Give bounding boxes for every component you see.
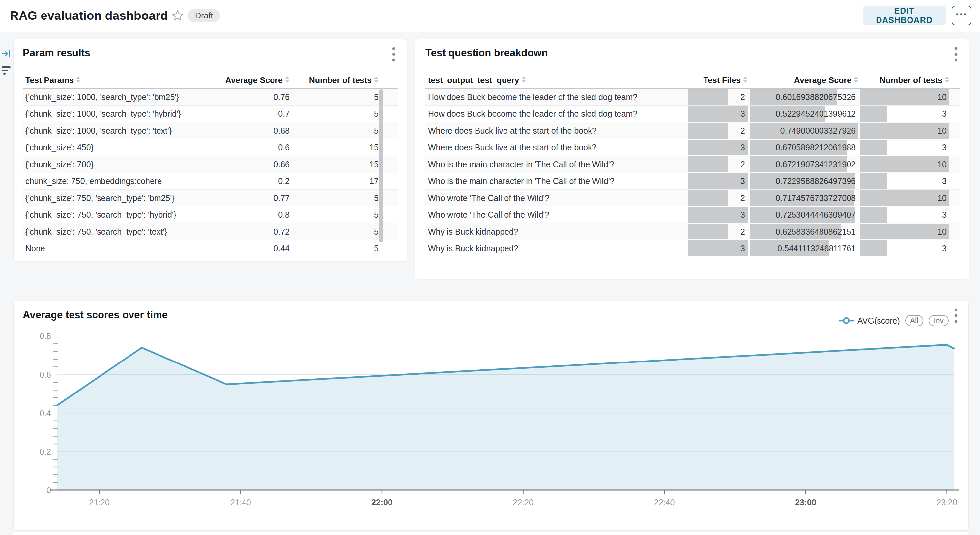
cell-value: 3 xyxy=(740,210,745,220)
cell-value: 3 xyxy=(942,210,947,220)
svg-text:21:40: 21:40 xyxy=(230,498,251,507)
top-header: RAG evaluation dashboard Draft EDIT DASH… xyxy=(0,0,980,32)
table-row: Why is Buck kidnapped?20.625833648086215… xyxy=(425,223,960,240)
data-bar xyxy=(861,207,887,223)
cell-value: 10 xyxy=(937,227,947,236)
data-bar xyxy=(861,224,949,240)
data-bar xyxy=(861,240,887,256)
cell-test-files: 3 xyxy=(688,240,748,257)
cell-value: 2 xyxy=(740,227,745,236)
cell-average-score: 0.5229452401399612 xyxy=(750,105,858,122)
cell-test-params: {'chunk_size': 700} xyxy=(23,160,207,169)
param-results-table: Test Params Average Score Number of test… xyxy=(23,72,398,257)
card-menu-icon[interactable] xyxy=(387,46,400,63)
cell-value: 0.7174576733727008 xyxy=(776,193,856,203)
column-header-test-params[interactable]: Test Params xyxy=(23,75,207,85)
data-bar xyxy=(861,190,949,206)
sort-icon xyxy=(945,75,949,85)
table-header-row: Test Params Average Score Number of test… xyxy=(23,72,398,89)
collapse-panel-icon[interactable] xyxy=(2,50,11,59)
svg-text:0.4: 0.4 xyxy=(40,409,51,418)
column-header-number-of-tests[interactable]: Number of tests xyxy=(861,75,949,85)
column-header-average-score[interactable]: Average Score xyxy=(207,75,290,85)
cell-number-of-tests: 10 xyxy=(861,89,949,105)
column-header-average-score[interactable]: Average Score xyxy=(750,75,858,85)
cell-average-score: 0.6258336480862151 xyxy=(750,223,858,240)
cell-number-of-tests: 5 xyxy=(290,193,379,203)
cell-value: 0.7229588826497396 xyxy=(776,176,856,186)
cell-value: 0.5441113246811761 xyxy=(777,244,856,253)
data-bar xyxy=(688,240,748,256)
param-results-card: Param results Test Params Average Score … xyxy=(13,39,407,261)
cell-value: 3 xyxy=(942,244,947,253)
filter-icon[interactable] xyxy=(1,65,11,77)
column-header-test-files[interactable]: Test Files xyxy=(688,75,748,85)
cell-test-files: 2 xyxy=(688,89,748,105)
table-row: Who wrote 'The Call of the Wild'?20.7174… xyxy=(425,190,960,206)
cell-average-score: 0.44 xyxy=(207,244,290,253)
cell-value: 3 xyxy=(942,143,947,152)
cell-number-of-tests: 3 xyxy=(861,240,949,257)
cell-test-query: Where does Buck live at the start of the… xyxy=(425,143,688,152)
cell-number-of-tests: 3 xyxy=(861,206,949,223)
cell-test-query: Who wrote 'The Call of the Wild'? xyxy=(425,210,688,220)
table-row: chunk_size: 750, embeddings:cohere0.217 xyxy=(23,173,398,190)
cell-test-params: {'chunk_size': 1000, 'search_type': 'bm2… xyxy=(23,93,207,102)
cell-test-params: {'chunk_size': 750, 'search_type': 'hybr… xyxy=(23,210,207,220)
cell-average-score: 0.76 xyxy=(207,93,290,102)
status-badge: Draft xyxy=(188,9,220,22)
favorite-star-icon[interactable] xyxy=(171,9,184,22)
cell-average-score: 0.2 xyxy=(207,176,290,186)
cell-value: 2 xyxy=(740,126,745,136)
table-row: Where does Buck live at the start of the… xyxy=(425,139,960,156)
cell-test-query: Who is the main character in 'The Call o… xyxy=(425,176,688,186)
cell-test-query: How does Buck become the leader of the s… xyxy=(425,109,688,119)
cell-average-score: 0.8 xyxy=(207,210,290,220)
svg-text:0.2: 0.2 xyxy=(40,447,51,456)
cell-value: 2 xyxy=(740,193,745,203)
cell-average-score: 0.6 xyxy=(207,143,290,152)
vertical-scrollbar[interactable] xyxy=(379,89,383,243)
cell-test-query: Who is the main character in 'The Call o… xyxy=(425,160,688,169)
cell-test-params: {'chunk_size': 1000, 'search_type': 'tex… xyxy=(23,126,207,136)
cell-test-params: {'chunk_size': 750, 'search_type': 'bm25… xyxy=(23,193,207,203)
cell-average-score: 0.7229588826497396 xyxy=(750,173,858,189)
cell-value: 3 xyxy=(740,176,745,186)
card-menu-icon[interactable] xyxy=(949,46,963,63)
cell-average-score: 0.7174576733727008 xyxy=(750,190,858,206)
cell-value: 0.6721907341231902 xyxy=(776,160,856,169)
cell-test-query: Who wrote 'The Call of the Wild'? xyxy=(425,193,688,203)
cell-value: 0.749000003327926 xyxy=(780,126,856,136)
cell-average-score: 0.72 xyxy=(207,227,290,236)
cell-number-of-tests: 5 xyxy=(290,109,379,119)
table-row: {'chunk_size': 700}0.6615 xyxy=(23,156,398,173)
question-breakdown-card: Test question breakdown test_output_test… xyxy=(415,39,969,279)
cell-average-score: 0.6016938820675326 xyxy=(750,89,858,105)
table-row: Who is the main character in 'The Call o… xyxy=(425,173,960,190)
column-header-test-query[interactable]: test_output_test_query xyxy=(425,75,688,85)
more-options-button[interactable]: ··· xyxy=(952,6,971,26)
svg-text:22:40: 22:40 xyxy=(654,498,675,507)
next-card-edge xyxy=(13,532,968,535)
cell-number-of-tests: 15 xyxy=(290,143,379,152)
cell-value: 0.5229452401399612 xyxy=(776,109,856,119)
cell-test-query: Where does Buck live at the start of the… xyxy=(425,126,688,136)
data-bar xyxy=(688,224,728,240)
cell-test-params: {'chunk_size': 450} xyxy=(23,143,207,152)
cell-test-files: 2 xyxy=(688,223,748,240)
cell-number-of-tests: 17 xyxy=(290,176,379,186)
edit-dashboard-button[interactable]: EDIT DASHBOARD xyxy=(863,6,946,26)
data-bar xyxy=(861,106,887,122)
cell-value: 0.6258336480862151 xyxy=(776,227,856,236)
table-row: Who is the main character in 'The Call o… xyxy=(425,156,960,173)
cell-number-of-tests: 5 xyxy=(290,210,379,220)
cell-value: 3 xyxy=(740,143,745,152)
sort-icon xyxy=(521,75,526,85)
data-bar xyxy=(688,207,748,223)
data-bar xyxy=(861,123,949,139)
cell-test-files: 3 xyxy=(688,139,748,156)
table-row: {'chunk_size': 1000, 'search_type': 'bm2… xyxy=(23,89,398,105)
sort-icon xyxy=(76,75,81,85)
column-header-number-of-tests[interactable]: Number of tests xyxy=(290,75,379,85)
page-title: RAG evaluation dashboard xyxy=(10,0,168,32)
